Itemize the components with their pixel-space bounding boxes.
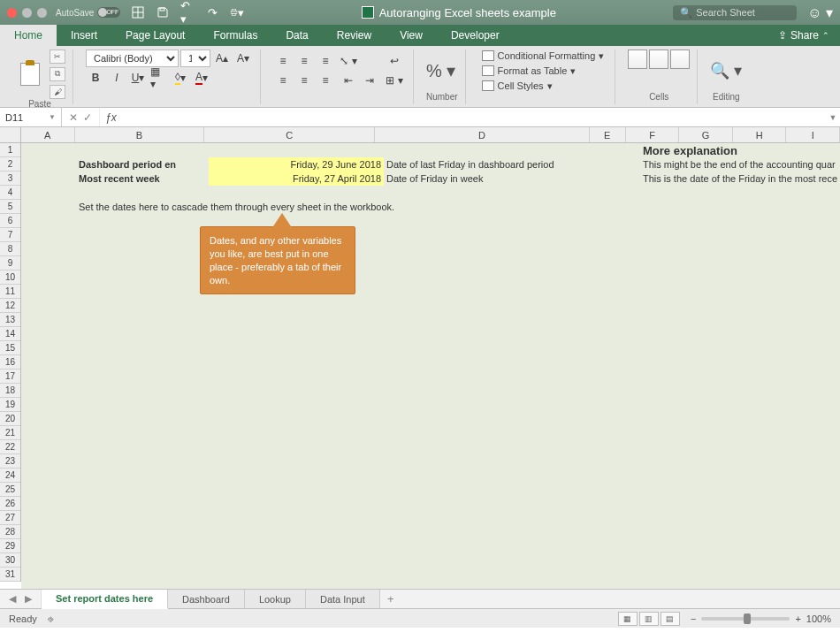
maximize-window-icon[interactable]: [37, 8, 47, 18]
normal-view-button[interactable]: ▦: [618, 612, 638, 626]
row-header-26[interactable]: 26: [0, 497, 20, 511]
sheet-tab-dashboard[interactable]: Dashboard: [168, 590, 245, 608]
row-header-3[interactable]: 3: [0, 171, 20, 186]
cells-area[interactable]: Dates, and any other variables you like,…: [21, 143, 840, 589]
column-header-C[interactable]: C: [204, 127, 375, 142]
column-header-F[interactable]: F: [626, 127, 680, 142]
share-button[interactable]: ⇪ Share ⌃: [767, 25, 840, 46]
row-header-10[interactable]: 10: [0, 270, 20, 285]
conditional-formatting-button[interactable]: Conditional Formatting ▾: [478, 50, 608, 63]
column-header-A[interactable]: A: [21, 127, 75, 142]
fill-color-button[interactable]: ◊ ▾: [171, 69, 190, 87]
macro-record-icon[interactable]: ⎆: [48, 613, 54, 624]
align-right-button[interactable]: ≡: [316, 72, 335, 89]
row-header-13[interactable]: 13: [0, 313, 20, 327]
row-header-16[interactable]: 16: [0, 355, 20, 370]
row-header-8[interactable]: 8: [0, 242, 20, 256]
tab-view[interactable]: View: [386, 25, 437, 46]
tab-home[interactable]: Home: [0, 25, 57, 46]
column-header-D[interactable]: D: [375, 127, 589, 142]
cut-button[interactable]: ✂: [50, 50, 65, 64]
column-header-B[interactable]: B: [75, 127, 205, 142]
tab-review[interactable]: Review: [323, 25, 386, 46]
row-header-23[interactable]: 23: [0, 454, 20, 469]
format-as-table-button[interactable]: Format as Table ▾: [478, 65, 608, 78]
percent-icon[interactable]: % ▾: [426, 60, 455, 81]
column-headers[interactable]: ABCDEFGHI: [21, 127, 840, 143]
merge-button[interactable]: ⊞ ▾: [383, 72, 406, 89]
align-middle-button[interactable]: ≡: [294, 52, 314, 70]
zoom-control[interactable]: − + 100%: [691, 613, 831, 624]
cell-C2[interactable]: Friday, 29 June 2018: [209, 157, 384, 171]
spreadsheet-grid[interactable]: ABCDEFGHI 123456789101112131415161718192…: [0, 127, 840, 589]
page-layout-view-button[interactable]: ▥: [639, 612, 659, 626]
cell-D3[interactable]: Date of Friday in week: [384, 171, 485, 186]
row-header-1[interactable]: 1: [0, 143, 20, 157]
cell-F1[interactable]: More explanation: [640, 143, 740, 157]
save-icon[interactable]: [156, 5, 170, 19]
decrease-indent-button[interactable]: ⇤: [339, 72, 358, 89]
tab-insert[interactable]: Insert: [57, 25, 111, 46]
italic-button[interactable]: I: [107, 69, 126, 87]
wrap-text-button[interactable]: ↩: [383, 52, 406, 70]
row-header-11[interactable]: 11: [0, 285, 20, 299]
delete-cells-icon[interactable]: [649, 50, 668, 69]
switch-icon[interactable]: OFF: [97, 7, 120, 18]
zoom-slider[interactable]: [701, 617, 790, 621]
cell-B2[interactable]: Dashboard period en: [76, 157, 179, 171]
align-center-button[interactable]: ≡: [294, 72, 314, 89]
row-header-24[interactable]: 24: [0, 469, 20, 483]
close-window-icon[interactable]: [7, 8, 17, 18]
print-icon[interactable]: ▾: [230, 5, 244, 19]
cell-F2[interactable]: This might be the end of the accounting …: [640, 157, 838, 171]
align-top-button[interactable]: ≡: [273, 52, 293, 70]
zoom-out-icon[interactable]: −: [691, 613, 696, 624]
next-sheet-icon[interactable]: ▶: [25, 593, 32, 605]
row-header-20[interactable]: 20: [0, 412, 20, 426]
sheet-tab-set-report-dates[interactable]: Set report dates here: [42, 590, 168, 609]
zoom-in-icon[interactable]: +: [795, 613, 800, 624]
font-size-select[interactable]: 12: [180, 50, 210, 67]
row-header-15[interactable]: 15: [0, 341, 20, 355]
row-header-5[interactable]: 5: [0, 200, 20, 214]
sheet-tab-lookup[interactable]: Lookup: [245, 590, 306, 608]
expand-formula-bar-icon[interactable]: ▼: [826, 108, 840, 126]
row-header-21[interactable]: 21: [0, 426, 20, 440]
cell-styles-button[interactable]: Cell Styles ▾: [478, 80, 608, 93]
cell-B3[interactable]: Most recent week: [76, 171, 163, 186]
search-sheet-input[interactable]: 🔍 Search Sheet: [673, 5, 797, 20]
row-header-19[interactable]: 19: [0, 398, 20, 412]
feedback-smile-icon[interactable]: ☺ ▾: [807, 4, 833, 21]
row-header-28[interactable]: 28: [0, 525, 20, 539]
row-header-25[interactable]: 25: [0, 483, 20, 497]
sheet-tab-data-input[interactable]: Data Input: [306, 590, 380, 608]
column-header-E[interactable]: E: [590, 127, 626, 142]
formula-input[interactable]: [122, 108, 826, 126]
tab-formulas[interactable]: Formulas: [199, 25, 271, 46]
border-button[interactable]: ▦ ▾: [149, 69, 169, 87]
minimize-window-icon[interactable]: [22, 8, 32, 18]
row-header-14[interactable]: 14: [0, 327, 20, 341]
align-bottom-button[interactable]: ≡: [316, 52, 335, 70]
paste-button[interactable]: [14, 56, 46, 93]
tab-developer[interactable]: Developer: [437, 25, 514, 46]
find-select-button[interactable]: 🔍 ▾: [710, 61, 742, 80]
redo-icon[interactable]: ↷: [205, 5, 219, 19]
row-header-31[interactable]: 31: [0, 568, 20, 582]
row-header-22[interactable]: 22: [0, 440, 20, 454]
increase-font-button[interactable]: A▴: [212, 50, 232, 67]
increase-indent-button[interactable]: ⇥: [360, 72, 379, 89]
cell-B5[interactable]: Set the dates here to cascade them throu…: [76, 200, 397, 214]
autosave-toggle[interactable]: AutoSave OFF: [56, 7, 120, 18]
column-header-H[interactable]: H: [733, 127, 787, 142]
page-break-view-button[interactable]: ▤: [661, 612, 680, 626]
undo-icon[interactable]: ↶ ▾: [180, 5, 195, 19]
font-color-button[interactable]: A ▾: [192, 69, 211, 87]
row-header-7[interactable]: 7: [0, 228, 20, 242]
fx-icon[interactable]: ƒx: [100, 108, 122, 126]
add-sheet-button[interactable]: +: [380, 590, 401, 608]
font-name-select[interactable]: Calibri (Body): [86, 50, 179, 67]
tab-data[interactable]: Data: [271, 25, 322, 46]
prev-sheet-icon[interactable]: ◀: [9, 593, 16, 605]
row-header-27[interactable]: 27: [0, 511, 20, 525]
